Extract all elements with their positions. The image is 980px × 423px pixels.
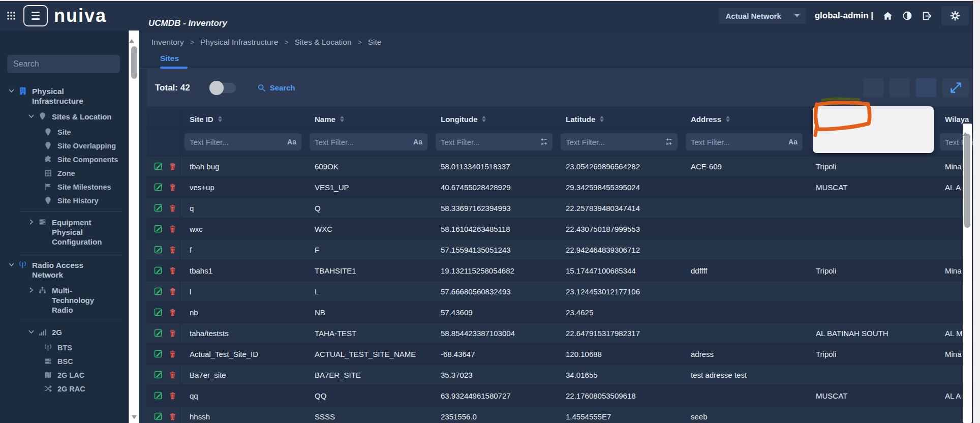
edit-row-button[interactable] — [154, 245, 163, 254]
chev-down-icon[interactable] — [28, 328, 35, 335]
delete-row-button[interactable] — [168, 412, 177, 421]
delete-row-button[interactable] — [168, 371, 177, 379]
sidebar-item[interactable] — [20, 253, 122, 253]
delete-row-button[interactable] — [168, 266, 177, 275]
table-row[interactable]: Ba7er_site BA7ER_SITE 35.37023 34.01655 … — [147, 365, 973, 385]
breadcrumb-item[interactable]: Sites & Location — [294, 38, 351, 47]
table-row[interactable]: tbah bug 609OK 58.01133401518337 23.0542… — [147, 156, 973, 177]
table-row[interactable]: ves+up VES1_UP 40.67455028428929 29.3425… — [147, 177, 973, 198]
apps-grid-icon[interactable] — [6, 11, 16, 21]
sidebar-scrollbar[interactable] — [129, 31, 139, 423]
delete-row-button[interactable] — [168, 204, 177, 213]
delete-row-button[interactable] — [168, 246, 177, 254]
breadcrumb-item[interactable]: Site — [368, 38, 382, 47]
table-row[interactable]: qq QQ 63.93244961580727 22.1760805350961… — [147, 385, 973, 406]
filter-input[interactable] — [566, 138, 663, 146]
delete-row-button[interactable] — [168, 225, 177, 233]
edit-row-button[interactable] — [154, 412, 163, 421]
sidebar-item[interactable]: Radio Access Network — [0, 260, 129, 280]
table-row[interactable]: nb NB 57.43609 23.4625 — [147, 302, 973, 323]
chev-down-icon[interactable] — [8, 261, 15, 268]
sidebar-item[interactable]: Site — [0, 128, 129, 137]
column-filter[interactable]: Aa — [185, 133, 301, 150]
menu-item[interactable] — [813, 130, 934, 150]
logout-icon[interactable] — [922, 11, 932, 21]
column-filter[interactable]: Aa — [686, 133, 803, 150]
sidebar-item[interactable]: 2G LAC — [0, 371, 129, 380]
sidebar-item[interactable]: Site Milestones — [0, 183, 129, 192]
delete-row-button[interactable] — [168, 162, 177, 171]
filter-input[interactable] — [315, 138, 410, 146]
chev-right-icon[interactable] — [28, 219, 35, 225]
scroll-up-arrow-icon[interactable] — [129, 31, 134, 43]
sort-icon[interactable] — [340, 116, 344, 122]
column-header[interactable]: Wilaya — [936, 115, 973, 124]
table-row[interactable]: hhssh SSSS 2351556.0 1.4554555E7 seeb — [147, 406, 973, 423]
delete-row-button[interactable] — [168, 308, 177, 317]
sort-icon[interactable] — [218, 116, 222, 122]
sidebar-item[interactable]: Site Components — [0, 155, 129, 165]
table-row[interactable]: taha/teststs TAHA-TEST 58.85442338710300… — [147, 323, 973, 344]
sidebar-item[interactable]: 2G RAC — [0, 384, 129, 394]
table-search-button[interactable]: Search — [257, 83, 295, 92]
table-toggle[interactable] — [209, 82, 236, 94]
filter-input[interactable] — [691, 138, 785, 146]
scrollbar-thumb[interactable] — [964, 134, 970, 228]
home-icon[interactable] — [882, 11, 893, 21]
edit-row-button[interactable] — [154, 370, 163, 379]
scroll-down-arrow-icon[interactable] — [132, 415, 137, 419]
table-row[interactable]: Actual_Test_Site_ID ACTUAL_TEST_SITE_NAM… — [147, 344, 973, 365]
sidebar-item[interactable]: BSC — [0, 357, 129, 367]
table-row[interactable]: l L 57.66680560832493 23.124453012177106 — [147, 281, 973, 302]
sidebar-item[interactable]: Multi-Technology Radio — [0, 286, 129, 315]
edit-row-button[interactable] — [154, 266, 163, 275]
filter-input[interactable] — [190, 138, 284, 146]
page-edge-scrollbar-area[interactable] — [973, 0, 980, 423]
edit-row-button[interactable] — [154, 224, 163, 233]
scrollbar-thumb[interactable] — [131, 46, 137, 79]
tab-sites[interactable]: Sites — [160, 54, 973, 69]
sidebar-item[interactable]: 2G — [0, 327, 129, 337]
table-row[interactable]: q Q 58.33697162394993 22.257839480347414 — [147, 198, 973, 219]
chev-down-icon[interactable] — [8, 87, 15, 94]
edit-row-button[interactable] — [154, 391, 163, 400]
table-row[interactable]: tbahs1 TBAHSITE1 19.132115258054682 15.1… — [147, 260, 973, 281]
chev-right-icon[interactable] — [28, 287, 35, 293]
sidebar-item[interactable] — [20, 321, 122, 321]
table-row[interactable]: wxc WXC 58.16104263485118 22.43075018799… — [147, 219, 973, 239]
column-filter[interactable]: +− ×÷ — [561, 133, 678, 150]
edit-row-button[interactable] — [154, 287, 163, 296]
edit-row-button[interactable] — [154, 183, 163, 192]
sidebar-item[interactable]: Physical Infrastructure — [0, 86, 129, 106]
sidebar-item[interactable]: BTS — [0, 343, 129, 353]
hamburger-menu-button[interactable] — [23, 5, 48, 26]
delete-row-button[interactable] — [168, 329, 177, 338]
column-header[interactable]: Longitude — [432, 115, 557, 124]
table-scrollbar[interactable] — [963, 124, 972, 423]
edit-row-button[interactable] — [154, 203, 163, 213]
edit-row-button[interactable] — [154, 308, 163, 317]
sidebar-item[interactable]: Sites & Location — [0, 112, 129, 122]
column-header[interactable]: Address — [682, 115, 807, 124]
sidebar-item[interactable]: Equipment Physical Configuration — [0, 218, 129, 247]
column-filter[interactable]: +− ×÷ — [436, 133, 553, 150]
fullscreen-button[interactable] — [942, 78, 969, 97]
filter-input[interactable] — [441, 138, 538, 146]
delete-row-button[interactable] — [168, 391, 177, 400]
toolbar-button[interactable] — [890, 78, 910, 97]
sidebar-item[interactable]: Site Overlapping — [0, 141, 129, 151]
edit-row-button[interactable] — [154, 349, 163, 358]
edit-row-button[interactable] — [154, 162, 163, 171]
toolbar-button[interactable] — [863, 78, 883, 97]
toolbar-button[interactable] — [916, 78, 936, 97]
sidebar-item[interactable]: Site History — [0, 196, 129, 206]
toggle-knob[interactable] — [209, 81, 224, 95]
settings-button[interactable] — [941, 6, 969, 25]
sidebar-item[interactable] — [20, 211, 122, 212]
chev-down-icon[interactable] — [28, 113, 35, 119]
column-header[interactable]: Latitude — [557, 115, 682, 124]
edit-row-button[interactable] — [154, 328, 163, 338]
delete-row-button[interactable] — [168, 350, 177, 358]
sidebar-search-input[interactable] — [7, 55, 120, 73]
column-header[interactable]: Site ID — [180, 115, 305, 124]
